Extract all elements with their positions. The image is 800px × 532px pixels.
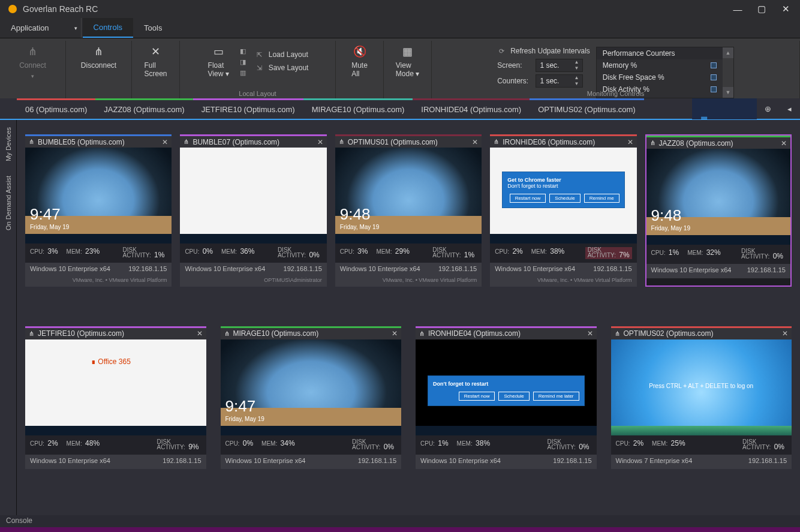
grid-view-tab[interactable]: ▦	[692, 98, 757, 119]
session-tile[interactable]: ⋔ BUMBLE07 (Optimus.com) ✕ CPU: 0% MEM: …	[180, 134, 326, 287]
tile-close-button[interactable]: ✕	[627, 138, 633, 146]
menu-tools[interactable]: Tools	[133, 18, 173, 38]
connect-button[interactable]: ⋔ Connect ▾	[13, 43, 52, 82]
layout-mini-3-icon[interactable]: ▥	[239, 68, 247, 77]
checkbox-icon[interactable]	[711, 74, 717, 80]
screen-interval-label: Screen:	[497, 61, 530, 70]
spin-down-icon[interactable]: ▼	[572, 65, 581, 71]
session-tile[interactable]: ⋔ BUMBLE05 (Optimus.com) ✕ 9:47Friday, M…	[25, 134, 172, 287]
refresh-icon: ⟳	[497, 47, 506, 55]
node-icon: ⋔	[339, 138, 344, 146]
monitoring-group-label: Monitoring Controls	[432, 90, 799, 97]
session-tile[interactable]: ⋔ OPTIMUS01 (Optimus.com) ✕ 9:48Friday, …	[335, 134, 482, 287]
content-area: ⋔ BUMBLE05 (Optimus.com) ✕ 9:47Friday, M…	[17, 120, 800, 515]
session-tab[interactable]: JETFIRE10 (Optimus.com)	[193, 98, 303, 119]
tile-stats: CPU: 2% MEM: 48% DISKACTIVITY: 9%	[25, 435, 206, 455]
disconnect-button[interactable]: ⋔ Disconnect	[75, 43, 122, 72]
session-tile[interactable]: ⋔ IRONHIDE04 (Optimus.com) ✕ Don't forge…	[416, 326, 597, 469]
view-mode-button[interactable]: ▦ ViewMode ▾	[390, 43, 425, 80]
save-layout-icon: ⇲	[255, 64, 264, 72]
mute-all-button[interactable]: 🔇 MuteAll	[345, 43, 374, 80]
spin-up-icon[interactable]: ▲	[572, 75, 581, 81]
float-view-button[interactable]: ▭ FloatView ▾	[202, 43, 235, 80]
close-window-button[interactable]: ✕	[774, 0, 798, 18]
session-tile[interactable]: ⋔ JAZZ08 (Optimus.com) ✕ 9:48Friday, May…	[645, 134, 792, 287]
tile-header: ⋔ IRONHIDE04 (Optimus.com) ✕	[416, 326, 597, 339]
menu-application-dropdown[interactable]: ▾	[60, 18, 82, 38]
menu-controls[interactable]: Controls	[83, 18, 133, 38]
tile-preview[interactable]: ∎ Office 365	[25, 339, 206, 435]
tile-stats: CPU: 1% MEM: 32% DISKACTIVITY: 0%	[646, 245, 790, 264]
tile-header: ⋔ BUMBLE07 (Optimus.com) ✕	[180, 134, 326, 148]
tile-meta: Windows 10 Enterprise x64192.168.1.15	[416, 455, 597, 469]
rail-on-demand-assist[interactable]: On Demand Assist	[5, 169, 12, 238]
session-tile[interactable]: ⋔ OPTIMUS02 (Optimus.com) ✕ Press CTRL +…	[611, 326, 792, 469]
rail-my-devices[interactable]: My Devices	[5, 120, 12, 169]
minimize-button[interactable]: —	[726, 0, 750, 18]
tile-meta: Windows 10 Enterprise x64192.168.1.15	[25, 455, 206, 469]
tile-close-button[interactable]: ✕	[197, 329, 203, 338]
scroll-tabs-left-button[interactable]: ◂	[778, 98, 800, 119]
tile-title: IRONHIDE04 (Optimus.com)	[428, 329, 521, 338]
node-icon: ⋔	[29, 330, 34, 338]
session-tab[interactable]: MIRAGE10 (Optimus.com)	[303, 98, 413, 119]
tile-preview[interactable]	[180, 148, 326, 244]
tile-preview[interactable]: Press CTRL + ALT + DELETE to log on	[611, 339, 792, 435]
tile-close-button[interactable]: ✕	[317, 138, 323, 146]
counters-interval-input[interactable]: ▲▼	[536, 74, 582, 88]
session-tab[interactable]: OPTIMUS02 (Optimus.com)	[530, 98, 644, 119]
menu-bar: Application ▾ Controls Tools	[0, 18, 800, 38]
fullscreen-button[interactable]: ✕ FullScreen	[138, 43, 173, 80]
perf-counter-item[interactable]: Memory %	[597, 59, 723, 71]
layout-mini-2-icon[interactable]: ◨	[239, 58, 247, 66]
tile-preview[interactable]: Get to Chrome fasterDon't forget to rest…	[490, 148, 636, 244]
scroll-up-icon[interactable]: ▲	[723, 47, 733, 58]
layout-mini-1-icon[interactable]: ◧	[239, 47, 247, 55]
menu-application[interactable]: Application	[0, 18, 60, 38]
tile-close-button[interactable]: ✕	[587, 329, 593, 338]
tile-header: ⋔ BUMBLE05 (Optimus.com) ✕	[25, 134, 172, 148]
maximize-button[interactable]: ▢	[750, 0, 774, 18]
connect-icon: ⋔	[26, 46, 38, 58]
session-tile[interactable]: ⋔ MIRAGE10 (Optimus.com) ✕ 9:47Friday, M…	[221, 326, 402, 469]
tile-meta: Windows 10 Enterprise x64192.168.1.15	[221, 455, 402, 469]
node-icon: ⋔	[650, 139, 655, 147]
tile-title: MIRAGE10 (Optimus.com)	[233, 329, 319, 338]
tile-close-button[interactable]: ✕	[472, 138, 478, 146]
checkbox-icon[interactable]	[711, 62, 717, 68]
session-tile[interactable]: ⋔ JETFIRE10 (Optimus.com) ✕ ∎ Office 365…	[25, 326, 206, 469]
title-bar: Goverlan Reach RC — ▢ ✕	[0, 0, 800, 18]
tile-stats: CPU: 1% MEM: 38% DISKACTIVITY: 0%	[416, 435, 597, 455]
node-icon: ⋔	[419, 330, 425, 338]
add-tab-button[interactable]: ⊕	[757, 98, 778, 119]
tile-close-button[interactable]: ✕	[392, 329, 398, 338]
load-layout-button[interactable]: ⇱Load Layout	[251, 49, 314, 60]
tile-header: ⋔ IRONHIDE06 (Optimus.com) ✕	[490, 134, 636, 148]
tile-preview[interactable]: 9:47Friday, May 19	[25, 148, 172, 244]
load-layout-icon: ⇱	[255, 50, 264, 59]
spin-down-icon[interactable]: ▼	[572, 81, 581, 87]
local-layout-group-label: Local Layout	[180, 90, 335, 97]
session-tab[interactable]: JAZZ08 (Optimus.com)	[95, 98, 193, 119]
tile-submeta: VMware, Inc. • VMware Virtual Platform	[335, 277, 482, 287]
tile-preview[interactable]: Don't forget to restartRestart nowSchedu…	[416, 339, 597, 435]
tile-meta: Windows 10 Enterprise x64192.168.1.15	[646, 264, 790, 278]
session-tile[interactable]: ⋔ IRONHIDE06 (Optimus.com) ✕ Get to Chro…	[490, 134, 636, 287]
session-tab[interactable]: IRONHIDE04 (Optimus.com)	[413, 98, 530, 119]
save-layout-button[interactable]: ⇲Save Layout	[251, 62, 314, 73]
session-tab[interactable]: 06 (Optimus.com)	[17, 98, 95, 119]
spin-up-icon[interactable]: ▲	[572, 59, 581, 65]
tile-preview[interactable]: 9:48Friday, May 19	[646, 149, 790, 245]
screen-interval-input[interactable]: ▲▼	[536, 59, 582, 72]
tile-close-button[interactable]: ✕	[782, 329, 788, 338]
tile-meta: Windows 7 Enterprise x64192.168.1.15	[611, 455, 792, 469]
tile-close-button[interactable]: ✕	[162, 138, 168, 146]
tile-preview[interactable]: 9:47Friday, May 19	[221, 339, 402, 435]
console-panel-header[interactable]: Console	[0, 515, 800, 527]
tile-close-button[interactable]: ✕	[781, 139, 787, 148]
perf-counter-item[interactable]: Disk Free Space %	[597, 71, 723, 83]
app-icon	[8, 5, 17, 13]
grid-icon: ▦	[700, 115, 708, 119]
tile-preview[interactable]: 9:48Friday, May 19	[335, 148, 482, 244]
tile-stats: CPU: 2% MEM: 38% DISKACTIVITY: 7%	[490, 244, 636, 263]
